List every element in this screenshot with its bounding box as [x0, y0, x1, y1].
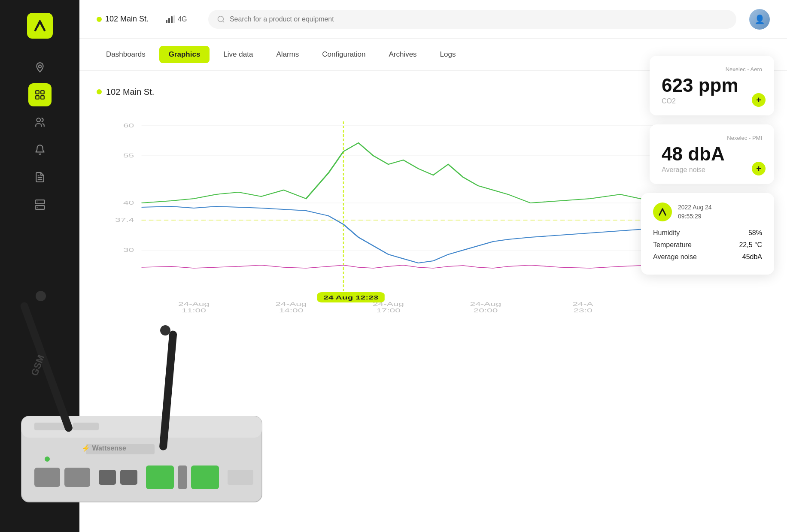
- tab-dashboards[interactable]: Dashboards: [97, 46, 155, 63]
- logo: [27, 13, 53, 39]
- svg-text:55: 55: [123, 152, 134, 159]
- svg-text:23:0: 23:0: [573, 307, 592, 314]
- svg-rect-9: [35, 206, 45, 209]
- metric-card-noise-plus[interactable]: +: [752, 162, 766, 175]
- sidebar-item-location[interactable]: [28, 56, 52, 79]
- signal-label: 4G: [178, 15, 187, 23]
- sidebar-item-alerts[interactable]: [28, 138, 52, 161]
- location-dot: [97, 17, 102, 22]
- metric-card-noise-unit: Average noise: [662, 166, 762, 174]
- svg-rect-8: [35, 200, 45, 204]
- tooltip-row-temperature: Temperature 22,5 °C: [653, 241, 762, 249]
- svg-text:60: 60: [123, 122, 134, 129]
- svg-text:17:00: 17:00: [376, 307, 401, 314]
- topbar: 102 Main St. 4G 👤: [79, 0, 787, 39]
- metric-card-co2-value: 623 ppm: [662, 76, 762, 95]
- svg-rect-4: [41, 96, 44, 99]
- metric-card-noise-label: Nexelec - PMI: [662, 135, 762, 141]
- sidebar-item-network[interactable]: [28, 193, 52, 216]
- chart-location-name: 102 Main St.: [106, 87, 154, 97]
- sidebar-item-users[interactable]: [28, 111, 52, 134]
- tab-configuration[interactable]: Configuration: [313, 46, 375, 63]
- svg-point-5: [36, 118, 40, 122]
- svg-text:14:00: 14:00: [279, 307, 304, 314]
- tooltip-header: 2022 Aug 24 09:55:29: [653, 203, 762, 221]
- avatar[interactable]: 👤: [749, 9, 770, 30]
- svg-rect-15: [173, 15, 175, 23]
- svg-text:24 Aug 12:23: 24 Aug 12:23: [323, 295, 378, 300]
- location-name: 102 Main St.: [105, 15, 149, 24]
- search-bar[interactable]: [208, 10, 736, 29]
- main-content: 102 Main St. 4G 👤 Dashboards Graphics Li…: [79, 0, 787, 532]
- metric-card-noise-value: 48 dbA: [662, 145, 762, 163]
- svg-rect-1: [36, 91, 39, 94]
- svg-rect-2: [41, 91, 44, 94]
- svg-rect-14: [171, 16, 173, 23]
- svg-text:11:00: 11:00: [182, 307, 206, 314]
- svg-point-0: [38, 65, 41, 68]
- svg-rect-3: [36, 96, 39, 99]
- metric-card-co2-unit: CO2: [662, 97, 762, 105]
- svg-text:24-Aug: 24-Aug: [470, 301, 501, 307]
- tooltip-row-noise: Average noise 45dbA: [653, 253, 762, 261]
- svg-rect-12: [166, 20, 167, 23]
- svg-rect-13: [168, 18, 170, 23]
- sidebar: [0, 0, 79, 532]
- location-badge[interactable]: 102 Main St.: [97, 15, 149, 24]
- sidebar-nav: [0, 56, 79, 216]
- metric-card-co2-label: Nexelec - Aero: [662, 66, 762, 73]
- metric-card-co2: Nexelec - Aero 623 ppm CO2 +: [650, 56, 774, 115]
- sidebar-item-reports[interactable]: [28, 166, 52, 189]
- sidebar-item-dashboard[interactable]: [28, 83, 52, 106]
- svg-text:24-Aug: 24-Aug: [275, 301, 307, 307]
- tooltip-card: 2022 Aug 24 09:55:29 Humidity 58% Temper…: [641, 193, 774, 275]
- chart-location-dot: [97, 89, 102, 94]
- svg-point-16: [218, 16, 224, 21]
- search-icon: [217, 15, 225, 24]
- svg-text:30: 30: [123, 247, 134, 253]
- tooltip-icon: [653, 203, 672, 221]
- search-input[interactable]: [230, 15, 728, 23]
- svg-line-17: [223, 21, 225, 22]
- svg-text:24-A: 24-A: [573, 301, 594, 307]
- svg-text:24-Aug: 24-Aug: [178, 301, 210, 307]
- tooltip-row-humidity: Humidity 58%: [653, 229, 762, 237]
- svg-text:37.4: 37.4: [115, 217, 134, 223]
- tab-logs[interactable]: Logs: [431, 46, 465, 63]
- tab-archives[interactable]: Archives: [379, 46, 426, 63]
- tab-alarms[interactable]: Alarms: [267, 46, 308, 63]
- tooltip-datetime: 2022 Aug 24 09:55:29: [678, 203, 712, 221]
- tab-livedata[interactable]: Live data: [214, 46, 262, 63]
- signal-badge: 4G: [166, 15, 187, 23]
- metric-card-noise: Nexelec - PMI 48 dbA Average noise +: [650, 124, 774, 184]
- tab-graphics[interactable]: Graphics: [159, 46, 210, 63]
- metric-card-co2-plus[interactable]: +: [752, 93, 766, 107]
- chart-title: 102 Main St.: [97, 87, 154, 97]
- svg-text:20:00: 20:00: [474, 307, 498, 314]
- svg-text:40: 40: [123, 200, 134, 206]
